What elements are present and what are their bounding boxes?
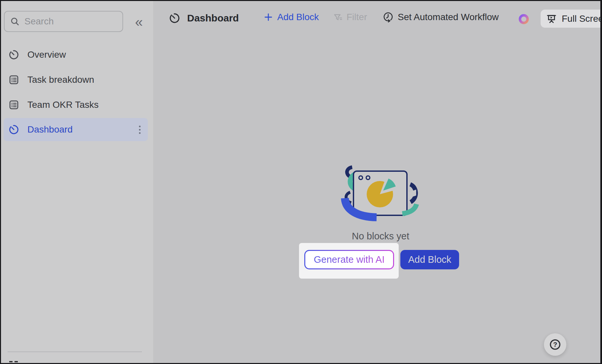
sidebar-divider (8, 351, 142, 352)
page-title: Dashboard (187, 13, 239, 24)
search-input[interactable] (24, 16, 107, 27)
filter-action-label: Filter (347, 12, 367, 22)
page-title-group: Dashboard (169, 11, 239, 25)
filter-action[interactable]: Filter (333, 12, 367, 22)
help-button[interactable]: ? (544, 333, 566, 356)
sidebar-item-task-breakdown[interactable]: Task breakdown (4, 69, 148, 91)
table-icon (8, 99, 19, 110)
generate-with-ai-button[interactable]: Generate with AI (304, 250, 394, 269)
gauge-icon (8, 124, 19, 135)
table-icon (8, 74, 19, 85)
plus-icon (263, 12, 273, 22)
add-block-action[interactable]: Add Block (263, 12, 319, 22)
gauge-icon (8, 49, 19, 60)
sidebar: « Overview (1, 1, 153, 363)
sidebar-item-label: Task breakdown (27, 75, 94, 85)
app-window: « Overview (0, 0, 602, 364)
sidebar-item-overview[interactable]: Overview (4, 44, 148, 66)
kebab-menu-icon[interactable] (138, 124, 142, 136)
add-block-button[interactable]: Add Block (400, 250, 459, 269)
set-automated-workflow-label: Set Automated Workflow (398, 12, 499, 22)
sidebar-item-team-okr-tasks[interactable]: Team OKR Tasks (4, 94, 148, 116)
sidebar-collapse-button[interactable]: « (130, 13, 148, 31)
add-block-action-label: Add Block (277, 12, 319, 22)
empty-dashboard-illustration (340, 164, 419, 225)
svg-text:?: ? (553, 341, 557, 348)
cutoff-bottom-text (9, 361, 18, 362)
empty-state-actions: Generate with AI Add Block (304, 250, 459, 269)
generate-with-ai-button-inner: Generate with AI (305, 251, 393, 268)
sidebar-item-label: Team OKR Tasks (27, 100, 99, 110)
full-screen-button[interactable]: Full Screen (541, 10, 602, 28)
ai-assistant-button[interactable] (518, 13, 530, 25)
gauge-icon (169, 12, 181, 24)
sidebar-item-label: Overview (27, 49, 66, 60)
sidebar-item-dashboard[interactable]: Dashboard (4, 118, 148, 141)
presentation-screen-icon (546, 13, 557, 24)
filter-funnel-icon (333, 12, 343, 22)
ai-gradient-ring-icon (518, 13, 530, 25)
add-block-button-label: Add Block (408, 254, 452, 265)
collapse-double-chevron-icon: « (135, 14, 143, 30)
set-automated-workflow-action[interactable]: Set Automated Workflow (383, 11, 499, 23)
search-box[interactable] (4, 11, 123, 32)
full-screen-label: Full Screen (562, 14, 602, 24)
search-icon (10, 16, 20, 26)
sidebar-item-label: Dashboard (27, 124, 73, 135)
empty-state-message: No blocks yet (315, 231, 447, 242)
automation-clock-icon (383, 11, 394, 23)
generate-with-ai-label: Generate with AI (314, 254, 385, 265)
help-question-icon: ? (548, 338, 562, 351)
